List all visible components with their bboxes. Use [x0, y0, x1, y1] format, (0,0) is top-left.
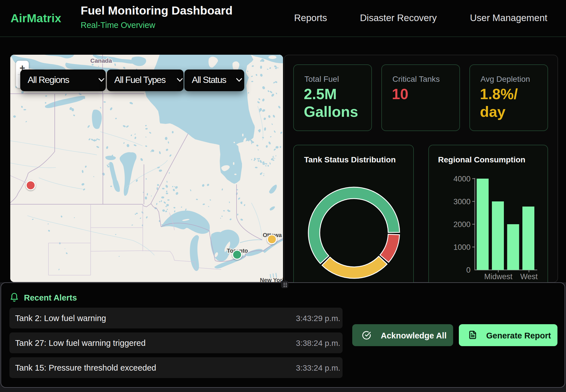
svg-text:Midwest: Midwest	[484, 272, 513, 281]
svg-text:West: West	[520, 272, 538, 281]
svg-text:3000: 3000	[453, 197, 471, 206]
svg-text:New York: New York	[260, 277, 283, 282]
svg-text:1000: 1000	[453, 243, 471, 252]
svg-text:0: 0	[466, 266, 471, 274]
svg-text:4000: 4000	[453, 175, 471, 183]
svg-text:Canada: Canada	[90, 57, 112, 64]
svg-text:2000: 2000	[453, 220, 471, 229]
